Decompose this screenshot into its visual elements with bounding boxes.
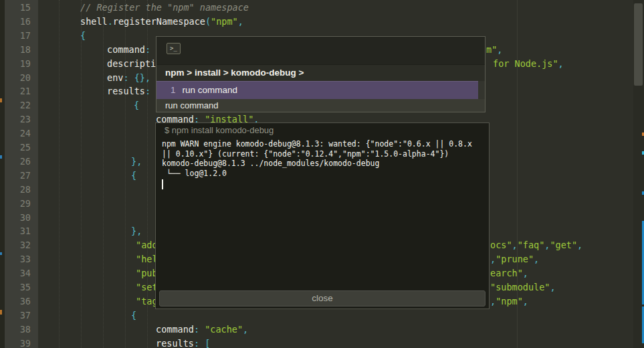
code-line: command: "cache", (156, 323, 248, 336)
code-line: { (131, 309, 136, 322)
close-button[interactable]: close (159, 290, 486, 307)
code-line: "hel (136, 252, 158, 266)
change-mark (0, 155, 2, 159)
code-line: "tag (136, 294, 158, 308)
palette-breadcrumb: npm > install > komodo-debug > (156, 64, 485, 81)
terminal-caret (162, 179, 163, 189)
code-line: { (134, 98, 139, 112)
code-line: ,"prune", (490, 252, 539, 266)
terminal-output-panel[interactable]: $ npm install komodo-debug npm WARN engi… (155, 122, 490, 309)
code-line: ocs","faq","get", (490, 238, 582, 252)
code-line: // Register the "npm" namespace (80, 1, 249, 14)
palette-result-list: 1run commandrun command (156, 81, 485, 112)
code-line: env: {}, (107, 71, 150, 84)
code-line: m", (486, 43, 502, 56)
change-mark (0, 252, 2, 255)
code-line: "add (136, 238, 158, 252)
code-line: "pub (136, 266, 158, 280)
code-line: { (80, 29, 86, 42)
editor-window: 1516171819202122232425262728293031323334… (0, 0, 644, 348)
terminal-output-text: npm WARN engine komodo-debug@8.1.3: want… (162, 139, 472, 178)
code-line: earch", (490, 266, 528, 280)
change-mark (0, 98, 2, 102)
vertical-scrollbar-thumb[interactable] (634, 3, 643, 86)
palette-search-input[interactable]: >_ (156, 37, 485, 64)
terminal-command-line: $ npm install komodo-debug (165, 125, 274, 135)
code-line: descripti (107, 57, 156, 70)
code-line: results: [ (156, 337, 210, 348)
palette-item-index: 1 (156, 85, 183, 95)
palette-item[interactable]: run command (156, 99, 485, 112)
code-line: }, (131, 155, 142, 168)
command-palette: >_ npm > install > komodo-debug > 1run c… (156, 36, 486, 112)
palette-item-selected[interactable]: 1run command (156, 81, 478, 99)
code-line: command: (107, 43, 150, 56)
code-line: for Node.js", (493, 57, 564, 70)
code-line: "set (136, 280, 158, 294)
terminal-icon: >_ (167, 43, 181, 54)
code-line: ,"npm", (490, 294, 528, 308)
palette-item-label: run command (165, 100, 218, 110)
code-line: { (131, 169, 136, 182)
code-line: }, (131, 224, 142, 238)
code-line: results: (107, 84, 150, 98)
change-mark (0, 310, 2, 315)
code-line: "submodule", (490, 280, 556, 294)
code-line: shell.registerNamespace("npm", (80, 15, 243, 28)
palette-item-label: run command (183, 85, 238, 95)
